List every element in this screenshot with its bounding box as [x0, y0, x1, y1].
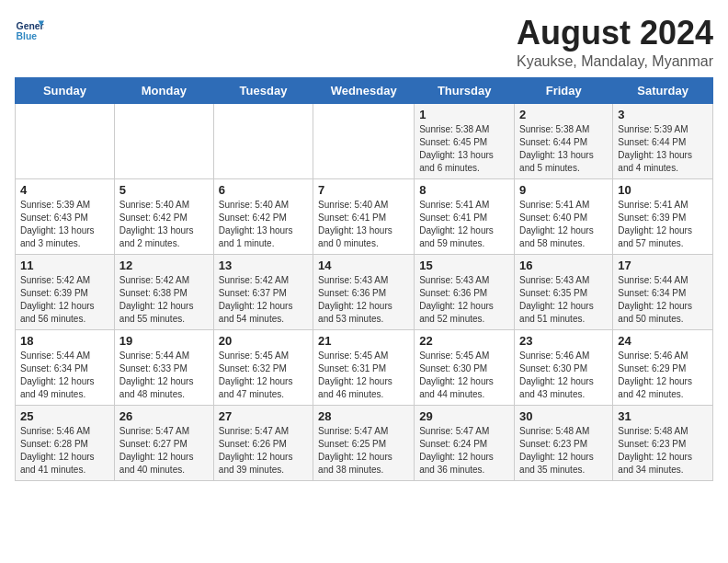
weekday-header-sunday: Sunday — [16, 77, 115, 103]
calendar-cell: 26Sunrise: 5:47 AM Sunset: 6:27 PM Dayli… — [114, 405, 213, 480]
calendar-cell — [313, 103, 415, 178]
calendar-cell — [114, 103, 213, 178]
day-number: 4 — [20, 183, 109, 197]
calendar-cell: 12Sunrise: 5:42 AM Sunset: 6:38 PM Dayli… — [114, 254, 213, 329]
day-info: Sunrise: 5:41 AM Sunset: 6:40 PM Dayligh… — [519, 199, 608, 250]
weekday-header-tuesday: Tuesday — [213, 77, 313, 103]
title-area: August 2024 Kyaukse, Mandalay, Myanmar — [517, 15, 713, 70]
day-number: 25 — [20, 409, 109, 423]
day-info: Sunrise: 5:48 AM Sunset: 6:23 PM Dayligh… — [519, 425, 608, 477]
calendar-cell: 29Sunrise: 5:47 AM Sunset: 6:24 PM Dayli… — [415, 405, 515, 480]
calendar-cell: 1Sunrise: 5:38 AM Sunset: 6:45 PM Daylig… — [415, 103, 515, 178]
calendar-cell: 28Sunrise: 5:47 AM Sunset: 6:25 PM Dayli… — [313, 405, 415, 480]
calendar-cell: 17Sunrise: 5:44 AM Sunset: 6:34 PM Dayli… — [613, 254, 713, 329]
calendar-cell: 15Sunrise: 5:43 AM Sunset: 6:36 PM Dayli… — [415, 254, 515, 329]
day-number: 29 — [419, 409, 509, 423]
day-info: Sunrise: 5:46 AM Sunset: 6:29 PM Dayligh… — [618, 350, 708, 401]
day-number: 10 — [618, 183, 708, 197]
day-info: Sunrise: 5:39 AM Sunset: 6:43 PM Dayligh… — [20, 199, 109, 250]
calendar-cell: 19Sunrise: 5:44 AM Sunset: 6:33 PM Dayli… — [114, 329, 213, 405]
calendar-cell: 9Sunrise: 5:41 AM Sunset: 6:40 PM Daylig… — [515, 178, 613, 254]
day-info: Sunrise: 5:47 AM Sunset: 6:26 PM Dayligh… — [219, 425, 308, 477]
calendar-cell: 24Sunrise: 5:46 AM Sunset: 6:29 PM Dayli… — [613, 329, 713, 405]
day-info: Sunrise: 5:40 AM Sunset: 6:41 PM Dayligh… — [318, 199, 409, 250]
day-info: Sunrise: 5:43 AM Sunset: 6:36 PM Dayligh… — [419, 274, 509, 326]
calendar-cell: 30Sunrise: 5:48 AM Sunset: 6:23 PM Dayli… — [515, 405, 613, 480]
calendar-cell: 14Sunrise: 5:43 AM Sunset: 6:36 PM Dayli… — [313, 254, 415, 329]
calendar-cell: 16Sunrise: 5:43 AM Sunset: 6:35 PM Dayli… — [515, 254, 613, 329]
day-info: Sunrise: 5:44 AM Sunset: 6:33 PM Dayligh… — [119, 350, 209, 401]
header: General Blue August 2024 Kyaukse, Mandal… — [15, 15, 713, 70]
day-number: 24 — [618, 334, 708, 348]
day-info: Sunrise: 5:46 AM Sunset: 6:28 PM Dayligh… — [20, 425, 109, 477]
calendar-cell: 21Sunrise: 5:45 AM Sunset: 6:31 PM Dayli… — [313, 329, 415, 405]
day-number: 21 — [318, 334, 409, 348]
day-info: Sunrise: 5:39 AM Sunset: 6:44 PM Dayligh… — [618, 123, 708, 175]
weekday-header-friday: Friday — [515, 77, 613, 103]
day-number: 27 — [219, 409, 308, 423]
day-info: Sunrise: 5:47 AM Sunset: 6:24 PM Dayligh… — [419, 425, 509, 477]
day-info: Sunrise: 5:40 AM Sunset: 6:42 PM Dayligh… — [219, 199, 308, 250]
day-info: Sunrise: 5:45 AM Sunset: 6:30 PM Dayligh… — [419, 350, 509, 401]
day-number: 30 — [519, 409, 608, 423]
calendar-cell: 13Sunrise: 5:42 AM Sunset: 6:37 PM Dayli… — [213, 254, 313, 329]
day-number: 12 — [119, 259, 209, 272]
day-number: 16 — [519, 259, 608, 272]
logo: General Blue — [15, 15, 44, 44]
day-number: 19 — [119, 334, 209, 348]
day-info: Sunrise: 5:42 AM Sunset: 6:37 PM Dayligh… — [219, 274, 308, 326]
day-info: Sunrise: 5:41 AM Sunset: 6:39 PM Dayligh… — [618, 199, 708, 250]
day-number: 6 — [219, 183, 308, 197]
day-number: 14 — [318, 259, 409, 272]
calendar-cell: 18Sunrise: 5:44 AM Sunset: 6:34 PM Dayli… — [16, 329, 115, 405]
day-info: Sunrise: 5:38 AM Sunset: 6:44 PM Dayligh… — [519, 123, 608, 175]
day-number: 18 — [20, 334, 109, 348]
calendar-cell: 6Sunrise: 5:40 AM Sunset: 6:42 PM Daylig… — [213, 178, 313, 254]
day-info: Sunrise: 5:44 AM Sunset: 6:34 PM Dayligh… — [618, 274, 708, 326]
svg-text:Blue: Blue — [17, 31, 38, 41]
day-number: 11 — [20, 259, 109, 272]
calendar-week-row: 11Sunrise: 5:42 AM Sunset: 6:39 PM Dayli… — [16, 254, 713, 329]
day-number: 31 — [618, 409, 708, 423]
calendar-week-row: 1Sunrise: 5:38 AM Sunset: 6:45 PM Daylig… — [16, 103, 713, 178]
day-number: 7 — [318, 183, 409, 197]
weekday-header-row: SundayMondayTuesdayWednesdayThursdayFrid… — [16, 77, 713, 103]
calendar-cell: 20Sunrise: 5:45 AM Sunset: 6:32 PM Dayli… — [213, 329, 313, 405]
calendar-cell: 11Sunrise: 5:42 AM Sunset: 6:39 PM Dayli… — [16, 254, 115, 329]
day-info: Sunrise: 5:40 AM Sunset: 6:42 PM Dayligh… — [119, 199, 209, 250]
day-info: Sunrise: 5:43 AM Sunset: 6:35 PM Dayligh… — [519, 274, 608, 326]
calendar-title: August 2024 — [517, 15, 713, 52]
calendar-cell: 2Sunrise: 5:38 AM Sunset: 6:44 PM Daylig… — [515, 103, 613, 178]
day-info: Sunrise: 5:42 AM Sunset: 6:38 PM Dayligh… — [119, 274, 209, 326]
day-info: Sunrise: 5:48 AM Sunset: 6:23 PM Dayligh… — [618, 425, 708, 477]
day-info: Sunrise: 5:38 AM Sunset: 6:45 PM Dayligh… — [419, 123, 509, 175]
day-info: Sunrise: 5:46 AM Sunset: 6:30 PM Dayligh… — [519, 350, 608, 401]
calendar-table: SundayMondayTuesdayWednesdayThursdayFrid… — [15, 77, 713, 481]
calendar-cell: 4Sunrise: 5:39 AM Sunset: 6:43 PM Daylig… — [16, 178, 115, 254]
day-number: 3 — [618, 108, 708, 121]
day-info: Sunrise: 5:43 AM Sunset: 6:36 PM Dayligh… — [318, 274, 409, 326]
day-number: 28 — [318, 409, 409, 423]
day-info: Sunrise: 5:41 AM Sunset: 6:41 PM Dayligh… — [419, 199, 509, 250]
logo-icon: General Blue — [15, 15, 44, 44]
day-number: 17 — [618, 259, 708, 272]
weekday-header-wednesday: Wednesday — [313, 77, 415, 103]
day-number: 23 — [519, 334, 608, 348]
calendar-cell: 27Sunrise: 5:47 AM Sunset: 6:26 PM Dayli… — [213, 405, 313, 480]
calendar-cell: 7Sunrise: 5:40 AM Sunset: 6:41 PM Daylig… — [313, 178, 415, 254]
calendar-cell: 22Sunrise: 5:45 AM Sunset: 6:30 PM Dayli… — [415, 329, 515, 405]
day-number: 9 — [519, 183, 608, 197]
day-info: Sunrise: 5:47 AM Sunset: 6:25 PM Dayligh… — [318, 425, 409, 477]
calendar-cell: 8Sunrise: 5:41 AM Sunset: 6:41 PM Daylig… — [415, 178, 515, 254]
calendar-subtitle: Kyaukse, Mandalay, Myanmar — [517, 53, 713, 70]
day-number: 22 — [419, 334, 509, 348]
day-info: Sunrise: 5:47 AM Sunset: 6:27 PM Dayligh… — [119, 425, 209, 477]
day-number: 26 — [119, 409, 209, 423]
day-info: Sunrise: 5:42 AM Sunset: 6:39 PM Dayligh… — [20, 274, 109, 326]
calendar-week-row: 25Sunrise: 5:46 AM Sunset: 6:28 PM Dayli… — [16, 405, 713, 480]
calendar-week-row: 18Sunrise: 5:44 AM Sunset: 6:34 PM Dayli… — [16, 329, 713, 405]
calendar-week-row: 4Sunrise: 5:39 AM Sunset: 6:43 PM Daylig… — [16, 178, 713, 254]
day-number: 13 — [219, 259, 308, 272]
day-info: Sunrise: 5:45 AM Sunset: 6:32 PM Dayligh… — [219, 350, 308, 401]
calendar-cell: 3Sunrise: 5:39 AM Sunset: 6:44 PM Daylig… — [613, 103, 713, 178]
